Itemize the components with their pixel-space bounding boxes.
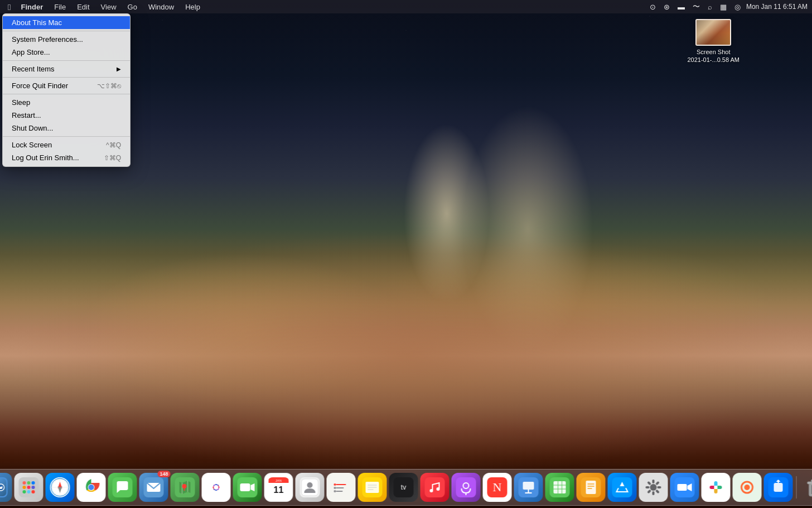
- svg-rect-79: [523, 482, 534, 490]
- menubar-datetime: Mon Jan 11 6:51 AM: [746, 3, 808, 11]
- menu-item-about-label: About This Mac: [12, 18, 62, 27]
- force-quit-shortcut: ⌥⇧⌘⎋: [97, 82, 121, 90]
- svg-point-59: [334, 483, 336, 486]
- dock-app-keynote[interactable]: [514, 473, 543, 502]
- menubar-help[interactable]: Help: [181, 2, 205, 12]
- menu-item-sysprefs[interactable]: System Preferences...: [3, 33, 130, 46]
- dock-app-pages[interactable]: [577, 473, 606, 502]
- svg-point-12: [23, 486, 26, 489]
- menu-separator-2: [3, 60, 130, 61]
- dock-app-appletv[interactable]: tv: [389, 473, 418, 502]
- dock-app-mail[interactable]: 148: [139, 473, 168, 502]
- dock-app-appstore[interactable]: [608, 473, 637, 502]
- menu-item-recent-items[interactable]: Recent Items ▶: [3, 63, 130, 75]
- dock-app-messages[interactable]: [108, 473, 137, 502]
- svg-point-13: [27, 486, 31, 489]
- menu-item-lock-screen[interactable]: Lock Screen ^⌘Q: [3, 138, 130, 151]
- menu-item-restart[interactable]: Restart...: [3, 109, 130, 122]
- svg-point-15: [23, 490, 26, 493]
- menu-item-shutdown-label: Shut Down...: [12, 124, 53, 132]
- svg-point-28: [89, 485, 94, 490]
- svg-rect-99: [646, 486, 650, 488]
- menubar-view[interactable]: View: [96, 2, 121, 12]
- menu-item-logout[interactable]: Log Out Erin Smith... ⇧⌘Q: [3, 151, 130, 164]
- dock-app-trash[interactable]: [800, 473, 813, 502]
- svg-rect-108: [706, 477, 726, 497]
- recent-items-arrow-icon: ▶: [117, 66, 121, 72]
- screentime-icon[interactable]: ▦: [718, 2, 729, 12]
- dock-app-photos[interactable]: [202, 473, 231, 502]
- menu-item-sleep-label: Sleep: [12, 98, 30, 107]
- menubar-go[interactable]: Go: [123, 2, 142, 12]
- dock-app-chrome[interactable]: [77, 473, 106, 502]
- svg-text:JAN: JAN: [276, 479, 282, 482]
- dock-app-music[interactable]: [420, 473, 450, 502]
- svg-rect-83: [554, 481, 566, 493]
- search-icon[interactable]: ⌕: [705, 2, 714, 12]
- dock-app-syspreferences[interactable]: [639, 473, 668, 502]
- menubar-edit[interactable]: Edit: [72, 2, 94, 12]
- menu-item-force-quit-label: Force Quit Finder: [12, 82, 68, 90]
- airplay-icon[interactable]: ⊙: [647, 2, 658, 12]
- dock-app-contacts[interactable]: [296, 473, 325, 502]
- menubar-finder[interactable]: Finder: [16, 2, 47, 12]
- logout-shortcut: ⇧⌘Q: [104, 154, 121, 162]
- dock-app-reminders[interactable]: [327, 473, 356, 502]
- menubar-file[interactable]: File: [50, 2, 70, 12]
- siri-icon[interactable]: ◎: [732, 2, 743, 12]
- wifi-icon[interactable]: 〜: [690, 1, 702, 13]
- menubar-right: ⊙ ⊛ ▬ 〜 ⌕ ▦ ◎ Mon Jan 11 6:51 AM: [647, 1, 808, 13]
- svg-rect-113: [774, 483, 783, 492]
- dock-app-maps[interactable]: [171, 473, 200, 502]
- svg-point-70: [430, 489, 433, 492]
- menu-item-sleep[interactable]: Sleep: [3, 96, 130, 109]
- menu-item-shutdown[interactable]: Shut Down...: [3, 122, 130, 135]
- svg-text:N: N: [493, 480, 502, 494]
- svg-rect-98: [652, 491, 655, 495]
- svg-point-10: [27, 481, 31, 485]
- menubar-window[interactable]: Window: [144, 2, 178, 12]
- dock-app-notes[interactable]: [358, 473, 387, 502]
- dock-app-zoom[interactable]: [670, 473, 699, 502]
- svg-point-54: [307, 482, 313, 488]
- svg-rect-89: [586, 481, 596, 494]
- svg-point-33: [182, 484, 187, 488]
- dock-app-calendar[interactable]: JAN 11: [264, 473, 293, 502]
- apple-menu-dropdown: About This Mac System Preferences... App…: [2, 13, 130, 167]
- dock-app-yoink[interactable]: [764, 473, 793, 502]
- dock-app-news[interactable]: N: [483, 473, 512, 502]
- menubar-left:  Finder File Edit View Go Window Help: [4, 1, 205, 13]
- svg-rect-100: [658, 486, 661, 488]
- svg-rect-93: [612, 477, 632, 497]
- svg-point-96: [650, 484, 657, 491]
- svg-rect-106: [678, 484, 687, 491]
- dock-app-podcasts[interactable]: [452, 473, 481, 502]
- dock-app-numbers[interactable]: [545, 473, 574, 502]
- svg-point-11: [32, 481, 35, 485]
- menu-item-logout-label: Log Out Erin Smith...: [12, 154, 79, 162]
- svg-point-61: [334, 490, 336, 492]
- dock-separator: [796, 476, 797, 499]
- battery-icon[interactable]: ▬: [675, 2, 687, 12]
- screenshot-thumbnail[interactable]: Screen Shot 2021-01-...0.58 AM: [687, 19, 740, 64]
- svg-point-60: [334, 487, 336, 489]
- svg-rect-69: [425, 477, 445, 497]
- svg-text:tv: tv: [401, 483, 406, 491]
- svg-point-16: [27, 490, 31, 493]
- menu-item-appstore[interactable]: App Store...: [3, 46, 130, 59]
- screenshot-label: Screen Shot 2021-01-...0.58 AM: [687, 48, 740, 64]
- menu-item-force-quit[interactable]: Force Quit Finder ⌥⇧⌘⎋: [3, 79, 130, 92]
- menu-item-appstore-label: App Store...: [12, 48, 50, 56]
- dock-app-finder[interactable]: [0, 473, 12, 502]
- dock-app-facetime[interactable]: [233, 473, 262, 502]
- dock-app-slack[interactable]: [702, 473, 731, 502]
- svg-point-43: [214, 485, 219, 490]
- dock-app-reeder[interactable]: [733, 473, 762, 502]
- dock-app-launchpad[interactable]: [14, 473, 44, 502]
- svg-point-111: [745, 485, 750, 490]
- bluetooth-icon[interactable]: ⊛: [661, 2, 672, 12]
- menu-separator-1: [3, 31, 130, 31]
- menu-item-about[interactable]: About This Mac: [3, 16, 130, 29]
- dock-app-safari[interactable]: [46, 473, 75, 502]
- apple-menu-trigger[interactable]: : [4, 1, 14, 13]
